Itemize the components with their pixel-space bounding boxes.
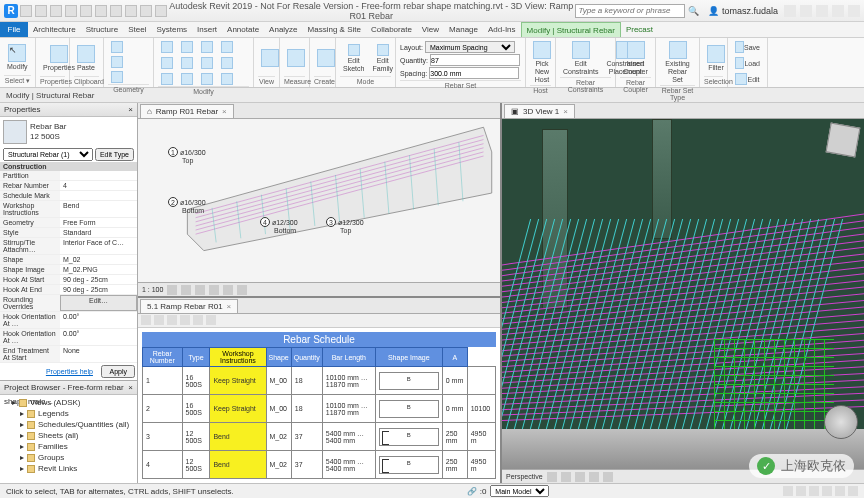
property-row[interactable]: Stirrup/Tie Attachm…Interior Face of C…: [0, 238, 137, 255]
resize-icon[interactable]: [206, 315, 216, 325]
create-button[interactable]: [314, 40, 338, 76]
measure-button[interactable]: [284, 40, 308, 76]
ribbon-tab-view[interactable]: View: [417, 22, 444, 37]
spacing-input[interactable]: [429, 67, 519, 79]
select-links-icon[interactable]: [783, 486, 793, 496]
ribbon-tab-annotate[interactable]: Annotate: [222, 22, 264, 37]
schedule-toolbar[interactable]: [138, 314, 500, 328]
sun-path-icon[interactable]: [195, 285, 205, 295]
property-row[interactable]: ShapeM_02: [0, 255, 137, 265]
tree-node[interactable]: ▸Revit Links: [2, 463, 135, 474]
qat-undo-icon[interactable]: [50, 5, 62, 17]
edit-selection-button[interactable]: Edit: [732, 72, 763, 86]
sun-icon[interactable]: [575, 472, 585, 482]
tab-close-icon[interactable]: ×: [563, 105, 568, 118]
filter-button[interactable]: Filter: [704, 40, 728, 76]
property-row[interactable]: Schedule Mark: [0, 191, 137, 201]
edit-type-button[interactable]: Edit Type: [95, 148, 134, 161]
ribbon-tab-massing-site[interactable]: Massing & Site: [303, 22, 366, 37]
cope-button[interactable]: [108, 40, 126, 54]
move-button[interactable]: [218, 40, 236, 54]
tree-node[interactable]: ▸Schedules/Quantities (all): [2, 419, 135, 430]
filter-status-icon[interactable]: [848, 486, 858, 496]
pick-host-button[interactable]: Pick New Host: [530, 40, 554, 85]
drawing-viewport[interactable]: 1 ø16/300Top2 ø16/300Bottom4 ø12/300Bott…: [138, 119, 500, 282]
ribbon-tab-analyze[interactable]: Analyze: [264, 22, 302, 37]
3d-viewport[interactable]: [502, 119, 864, 469]
qat-close-hidden-icon[interactable]: [140, 5, 152, 17]
table-row[interactable]: 216 500SKeep StraightM_001810100 mm … 11…: [143, 395, 496, 423]
qat-print-icon[interactable]: [80, 5, 92, 17]
paste-button[interactable]: Paste: [74, 40, 98, 76]
steering-wheel[interactable]: [824, 405, 858, 439]
ribbon-tab-collaborate[interactable]: Collaborate: [366, 22, 417, 37]
tree-node[interactable]: ▸Sheets (all): [2, 430, 135, 441]
modify-button[interactable]: ↖Modify: [4, 40, 31, 75]
quick-access-toolbar[interactable]: [20, 5, 167, 17]
split-button[interactable]: [218, 56, 236, 70]
qat-thin-lines-icon[interactable]: [125, 5, 137, 17]
qat-save-icon[interactable]: [35, 5, 47, 17]
edit-constraints-button[interactable]: Edit Constraints: [560, 40, 601, 77]
cut-button[interactable]: [108, 55, 126, 69]
join-button[interactable]: [108, 70, 126, 84]
detail-level-icon[interactable]: [547, 472, 557, 482]
view-button[interactable]: [258, 40, 282, 76]
property-row[interactable]: Rebar Number4: [0, 181, 137, 191]
table-row[interactable]: 116 500SKeep StraightM_001810100 mm … 11…: [143, 367, 496, 395]
close-icon[interactable]: [848, 5, 860, 17]
ribbon-tab-structure[interactable]: Structure: [81, 22, 123, 37]
drag-icon[interactable]: [835, 486, 845, 496]
save-selection-button[interactable]: Save: [732, 40, 763, 54]
scale-button[interactable]: [178, 72, 196, 86]
view-cube[interactable]: [826, 123, 861, 158]
view-control-bar-3d[interactable]: Perspective: [502, 469, 864, 483]
view-tab-ramp[interactable]: ⌂Ramp R01 Rebar×: [140, 104, 234, 118]
file-tab[interactable]: File: [0, 22, 28, 37]
search-icon[interactable]: 🔍: [688, 6, 699, 16]
minimize-icon[interactable]: [816, 5, 828, 17]
property-row[interactable]: Hook Orientation At …0.00°: [0, 329, 137, 346]
property-row[interactable]: Shape ImageM_02.PNG: [0, 265, 137, 275]
rebar-schedule-table[interactable]: Rebar NumberTypeWorkshop InstructionsSha…: [142, 347, 496, 479]
tree-node[interactable]: ▸Legends: [2, 408, 135, 419]
freeze-icon[interactable]: [154, 315, 164, 325]
apply-button[interactable]: Apply: [101, 365, 135, 378]
edit-sketch-button[interactable]: Edit Sketch: [340, 40, 367, 76]
pin-button[interactable]: [198, 72, 216, 86]
qat-section-icon[interactable]: [110, 5, 122, 17]
property-row[interactable]: Workshop InstructionsBend: [0, 201, 137, 218]
layout-select[interactable]: Maximum Spacing: [425, 41, 515, 53]
qat-switch-window-icon[interactable]: [155, 5, 167, 17]
edit-family-button[interactable]: Edit Family: [369, 40, 396, 76]
property-row[interactable]: Hook Orientation At …0.00°: [0, 312, 137, 329]
tree-node[interactable]: ▸Groups: [2, 452, 135, 463]
ribbon-tab-insert[interactable]: Insert: [192, 22, 222, 37]
ribbon-tab-add-ins[interactable]: Add-Ins: [483, 22, 521, 37]
align-button[interactable]: [158, 40, 176, 54]
mirror-button[interactable]: [198, 40, 216, 54]
qat-measure-icon[interactable]: [95, 5, 107, 17]
table-row[interactable]: 312 500SBendM_02375400 mm … 5400 mm250 m…: [143, 423, 496, 451]
property-row[interactable]: Rounding OverridesEdit…: [0, 295, 137, 312]
quantity-input[interactable]: [430, 54, 520, 66]
crop-icon[interactable]: [223, 285, 233, 295]
browser-close-icon[interactable]: ×: [128, 381, 133, 394]
view-tab-schedule[interactable]: 5.1 Ramp Rebar R01×: [140, 299, 238, 313]
tree-node[interactable]: ▸Views (ADSK): [2, 397, 135, 408]
ribbon-tab-steel[interactable]: Steel: [123, 22, 151, 37]
select-face-icon[interactable]: [822, 486, 832, 496]
ribbon-tab-systems[interactable]: Systems: [151, 22, 192, 37]
load-selection-button[interactable]: Load: [732, 56, 763, 70]
property-row[interactable]: Hook At End90 deg - 25cm: [0, 285, 137, 295]
view-control-bar[interactable]: 1 : 100: [138, 282, 500, 296]
maximize-icon[interactable]: [832, 5, 844, 17]
instance-filter-select[interactable]: Structural Rebar (1): [3, 148, 93, 161]
tab-close-icon[interactable]: ×: [227, 300, 232, 313]
delete-row-icon[interactable]: [193, 315, 203, 325]
crop-icon[interactable]: [589, 472, 599, 482]
offset-button[interactable]: [178, 40, 196, 54]
signed-in-user[interactable]: 👤 tomasz.fudala: [708, 6, 778, 16]
select-underlay-icon[interactable]: [796, 486, 806, 496]
ribbon-tab-modify-structural-rebar[interactable]: Modify | Structural Rebar: [521, 22, 621, 37]
